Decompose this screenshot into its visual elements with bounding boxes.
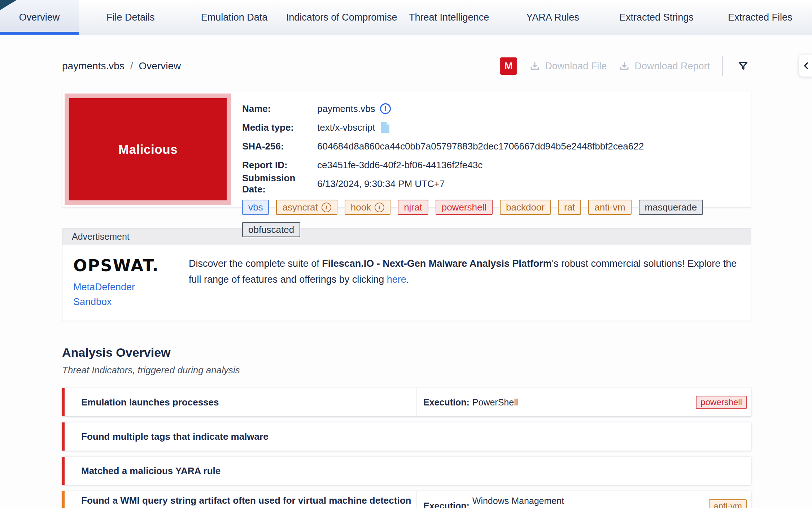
info-circle-icon: i [375, 203, 384, 212]
file-details: Name: payments.vbs ! Media type: text/x-… [231, 94, 748, 205]
indicator-row[interactable]: Found multiple tags that indicate malwar… [62, 422, 751, 451]
advertisement-body: OPSWAT. MetaDefender Sandbox Discover th… [62, 245, 751, 321]
verdict-badge: M [500, 57, 517, 75]
indicator-row[interactable]: Matched a malicious YARA rule [62, 457, 751, 485]
tag-njrat[interactable]: njrat [398, 200, 428, 215]
field-label: Submission Date: [242, 173, 317, 195]
indicator-title: Found multiple tags that indicate malwar… [65, 422, 751, 451]
tab-indicators-of-compromise[interactable]: Indicators of Compromise [286, 0, 397, 35]
panel-collapse-toggle[interactable] [799, 55, 812, 77]
download-icon [619, 61, 630, 71]
tag-masquerade[interactable]: masquerade [639, 200, 703, 215]
filter-button[interactable] [735, 60, 751, 73]
page-title: Analysis Overview [62, 346, 751, 360]
tag-label: vbs [248, 202, 263, 213]
breadcrumb: payments.vbs / Overview [62, 60, 181, 72]
field-label: Media type: [242, 122, 317, 133]
field-value: 6/13/2024, 9:30:34 PM UTC+7 [317, 178, 445, 190]
field-label: Name: [242, 103, 317, 114]
tag-label: hook [351, 202, 371, 213]
tag-obfuscated[interactable]: obfuscated [242, 222, 300, 237]
corner-decoration [0, 0, 17, 10]
opswat-logo: OPSWAT. [73, 256, 171, 275]
tag-label: backdoor [506, 202, 545, 213]
tab-bar: OverviewFile DetailsEmulation DataIndica… [0, 0, 812, 35]
tag-rat[interactable]: rat [558, 200, 581, 215]
filter-icon [737, 60, 749, 71]
tag-hook[interactable]: hooki [345, 200, 390, 215]
field-media-type: Media type: text/x-vbscript [242, 120, 748, 135]
tab-yara-rules[interactable]: YARA Rules [501, 0, 604, 35]
indicator-title: Matched a malicious YARA rule [65, 457, 751, 485]
download-icon [529, 61, 540, 71]
tag-label: masquerade [645, 202, 697, 213]
advertisement-brand: OPSWAT. MetaDefender Sandbox [73, 256, 171, 308]
page-header: payments.vbs / Overview M Download File … [62, 57, 751, 75]
indicator-list: Emulation launches processesExecution:Po… [62, 388, 751, 508]
verdict-box: Malicious [69, 98, 227, 200]
field-value: 604684d8a860ca44c0bb7a05797883b2dec17066… [317, 141, 644, 152]
download-file-button[interactable]: Download File [529, 61, 607, 72]
main-content: payments.vbs / Overview M Download File … [62, 57, 751, 508]
indicator-detail: Execution:PowerShell [416, 388, 587, 416]
verdict-banner: Malicious [65, 94, 231, 205]
tag-label: rat [564, 202, 575, 213]
tag-powershell[interactable]: powershell [436, 200, 493, 215]
tag-label: obfuscated [248, 224, 294, 235]
metadefender-link[interactable]: MetaDefender [73, 282, 171, 293]
download-report-label: Download Report [634, 61, 710, 72]
field-label: Report ID: [242, 160, 317, 171]
breadcrumb-file[interactable]: payments.vbs [62, 60, 125, 72]
header-actions: M Download File Download Report [500, 56, 751, 76]
divider [722, 56, 723, 76]
tag-label: njrat [404, 202, 422, 213]
chevron-left-icon [802, 61, 811, 70]
indicator-tag-column: powershell [587, 388, 751, 416]
tag-anti-vm[interactable]: anti-vm [709, 499, 747, 508]
indicator-row[interactable]: Emulation launches processesExecution:Po… [62, 388, 751, 416]
field-report-id: Report ID: ce3451fe-3dd6-40f2-bf06-44136… [242, 158, 748, 172]
tag-label: asyncrat [282, 202, 318, 213]
field-name: Name: payments.vbs ! [242, 101, 748, 116]
field-value: payments.vbs ! [317, 103, 391, 114]
tab-extracted-files[interactable]: Extracted Files [708, 0, 812, 35]
tag-anti-vm[interactable]: anti-vm [588, 200, 631, 215]
indicator-detail: Execution:Windows Management Instrumenta… [416, 491, 587, 508]
tab-file-details[interactable]: File Details [79, 0, 182, 35]
tag-label: anti-vm [594, 202, 625, 213]
tag-backdoor[interactable]: backdoor [500, 200, 551, 215]
advertisement: Advertisement OPSWAT. MetaDefender Sandb… [62, 228, 751, 321]
field-value: text/x-vbscript [317, 121, 390, 134]
here-link[interactable]: here [387, 274, 406, 285]
tag-label: anti-vm [713, 501, 742, 508]
breadcrumb-page: Overview [139, 60, 181, 72]
tag-label: powershell [700, 397, 742, 407]
tab-emulation-data[interactable]: Emulation Data [182, 0, 286, 35]
field-submission-date: Submission Date: 6/13/2024, 9:30:34 PM U… [242, 177, 748, 191]
detail-label: Execution: [423, 397, 470, 408]
download-report-button[interactable]: Download Report [619, 61, 710, 72]
indicator-title: Emulation launches processes [65, 388, 416, 416]
page-subtitle: Threat Indicators, triggered during anal… [62, 365, 751, 376]
file-tags: vbsasyncratihookinjratpowershellbackdoor… [242, 200, 748, 237]
tag-asyncrat[interactable]: asyncrati [276, 200, 337, 215]
tag-powershell[interactable]: powershell [696, 396, 747, 409]
detail-value: Windows Management Instrumentati... [472, 496, 580, 508]
tag-vbs[interactable]: vbs [242, 200, 269, 215]
indicator-title: Found a WMI query string artifact often … [65, 491, 416, 508]
advertisement-text: Discover the complete suite of Filescan.… [189, 256, 738, 308]
field-label: SHA-256: [242, 141, 317, 152]
indicator-tag-column: anti-vm [587, 491, 751, 508]
tab-threat-intelligence[interactable]: Threat Intelligence [397, 0, 501, 35]
sandbox-link[interactable]: Sandbox [73, 296, 171, 308]
tab-extracted-strings[interactable]: Extracted Strings [604, 0, 708, 35]
tag-label: powershell [442, 202, 486, 213]
indicator-row[interactable]: Found a WMI query string artifact often … [62, 491, 751, 508]
download-file-label: Download File [545, 61, 607, 72]
file-icon [380, 121, 390, 134]
breadcrumb-separator: / [130, 60, 133, 72]
field-sha256: SHA-256: 604684d8a860ca44c0bb7a05797883b… [242, 139, 748, 153]
detail-label: Execution: [423, 501, 470, 508]
alert-circle-icon[interactable]: ! [380, 103, 391, 114]
verdict-label: Malicious [118, 142, 178, 157]
